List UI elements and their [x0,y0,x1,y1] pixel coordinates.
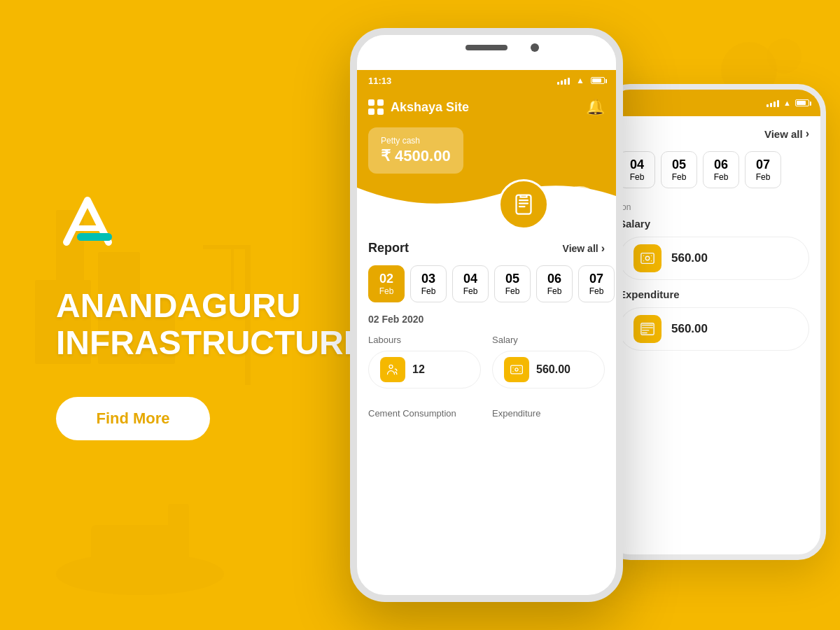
report-header: Report View all › [368,241,605,255]
brand-name: ANANDAGURU INFRASTRUCTURE [56,274,294,362]
petty-cash-area: Petty cash ₹ 4500.00 [357,116,616,216]
date-pill-04-front[interactable]: 04 Feb [452,265,489,302]
wifi-icon: ▲ [576,76,584,85]
wifi-icon: ▲ [783,99,791,107]
day-number: 03 [418,272,439,286]
front-camera [531,43,539,52]
day-number: 06 [544,272,565,286]
signal-bars-icon [557,76,570,85]
month-label: Feb [376,286,397,296]
salary-metric-row: 560.00 [492,351,605,388]
svg-rect-18 [77,233,112,241]
month-label: Feb [710,172,732,182]
date-pill-07[interactable]: 07 Feb [745,151,781,188]
petty-cash-amount: ₹ 4500.00 [381,147,451,165]
labours-icon [380,357,405,382]
date-pill-04[interactable]: 04 Feb [619,151,655,188]
partial-text: on [619,202,809,212]
date-pill-05[interactable]: 05 Feb [661,151,697,188]
date-pill-03[interactable]: 03 Feb [410,265,447,302]
report-title: Report [368,241,409,255]
date-pill-07-front[interactable]: 07 Feb [578,265,615,302]
day-number: 04 [460,272,481,286]
logo-area [56,190,294,253]
salary-label: Salary [492,335,605,345]
labours-label: Labours [368,335,481,345]
status-bar: 11:13 ▲ [357,70,616,91]
expenditure-section-label: Expenditure [619,288,809,300]
date-pill-02[interactable]: 02 Feb [368,265,405,302]
find-more-button[interactable]: Find More [56,397,210,440]
site-name: Akshaya Site [391,100,469,115]
labours-count: 12 [412,363,425,376]
salary-section-label: Salary [619,218,809,230]
day-number: 07 [586,272,607,286]
expenditure-icon [634,315,662,343]
notification-bell-icon[interactable]: 🔔 [586,98,605,116]
day-number: 07 [752,158,774,172]
expenditure-stat-row: 560.00 [619,307,809,351]
front-view-all-button[interactable]: View all › [563,242,605,255]
bottom-labels: Cement Consumption Expenditure [368,398,605,419]
cement-label: Cement Consumption [368,408,481,419]
phones-section: ▲ View all › 04 Feb [336,0,840,630]
month-label: Feb [668,172,690,182]
chevron-right-icon: › [806,127,809,140]
back-view-all-label: View all [764,128,803,140]
phone-body: Report View all › 02 Feb 03 [357,230,616,430]
floating-icons [498,186,602,237]
status-icons: ▲ [557,76,605,85]
time-display: 11:13 [368,76,391,86]
phone-top [357,35,616,70]
date-pill-06-front[interactable]: 06 Feb [536,265,573,302]
labours-stat-row: 12 [368,351,481,388]
phone-container: ▲ View all › 04 Feb [350,28,826,602]
grid-icon [368,99,384,115]
brand-line1: ANANDAGURU [56,287,300,324]
chevron-right-icon: › [601,242,605,255]
salary-icon [634,244,662,272]
date-pill-06[interactable]: 06 Feb [703,151,739,188]
day-number: 05 [668,158,690,172]
phone-speaker [465,45,507,50]
day-number: 06 [710,158,732,172]
expenditure-amount: 560.00 [671,322,708,336]
phone-header: Akshaya Site 🔔 [357,91,616,116]
month-label: Feb [502,286,523,296]
phone-front: 11:13 ▲ [350,28,623,602]
selected-date: 02 Feb 2020 [368,314,605,325]
front-date-pills: 02 Feb 03 Feb 04 Feb 05 [368,265,605,302]
header-left: Akshaya Site [368,99,469,115]
svg-rect-19 [641,253,654,264]
day-number: 02 [376,272,397,286]
logo-icon [56,190,119,253]
svg-point-27 [515,368,518,371]
battery-icon [591,77,605,84]
signal-icon [766,99,779,107]
back-date-pills: 04 Feb 05 Feb 06 Feb 07 [619,151,809,188]
month-label: Feb [460,286,481,296]
date-pill-05-front[interactable]: 05 Feb [494,265,531,302]
main-content: ANANDAGURU INFRASTRUCTURE Find More ▲ [0,0,840,630]
phone-back-status-bar: ▲ [608,90,820,116]
view-all-row: View all › [619,127,809,140]
svg-point-25 [389,365,393,368]
battery-icon [795,99,809,106]
day-number: 05 [502,272,523,286]
salary-section: Salary 560.00 [492,335,605,388]
svg-rect-26 [511,365,523,374]
phone-back: ▲ View all › 04 Feb [602,84,826,560]
salary-metric-icon [504,357,529,382]
phone-back-content: View all › 04 Feb 05 Feb [608,116,820,370]
month-label: Feb [752,172,774,182]
petty-cash-card: Petty cash ₹ 4500.00 [368,127,463,174]
svg-rect-24 [577,201,582,203]
month-label: Feb [544,286,565,296]
back-view-all-button[interactable]: View all › [764,127,809,140]
worker-icon-circle [557,186,602,231]
labours-section: Labours 12 [368,335,481,388]
view-all-label: View all [563,243,598,254]
salary-stat-row: 560.00 [619,237,809,280]
month-label: Feb [626,172,648,182]
left-section: ANANDAGURU INFRASTRUCTURE Find More [0,148,336,482]
